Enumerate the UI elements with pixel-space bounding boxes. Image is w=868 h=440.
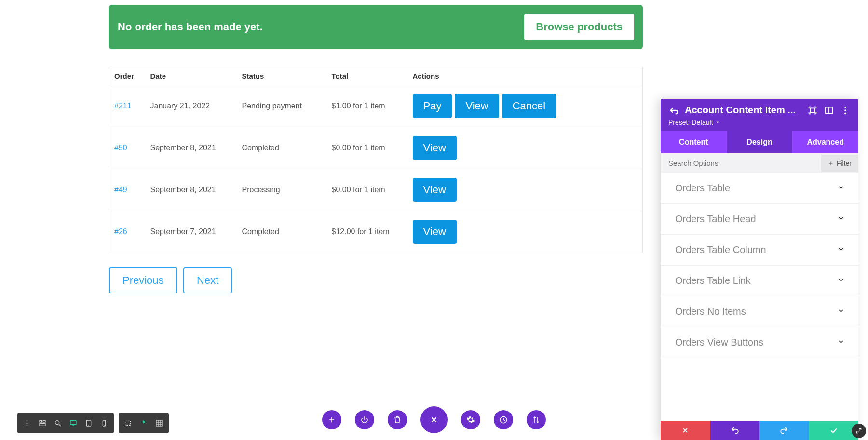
- grid-icon[interactable]: [151, 416, 167, 430]
- svg-point-2: [27, 425, 28, 426]
- discard-button[interactable]: [661, 421, 710, 440]
- accordion-item[interactable]: Orders Table Column: [661, 235, 858, 266]
- panel-title: Account Content Item ...: [685, 105, 801, 116]
- status-cell: Pending payment: [237, 85, 327, 127]
- more-icon[interactable]: [840, 105, 851, 116]
- layers-icon[interactable]: [35, 416, 50, 430]
- date-cell: January 21, 2022: [146, 85, 237, 127]
- preset-label: Preset: Default: [668, 119, 713, 126]
- col-date: Date: [146, 67, 237, 85]
- total-cell: $0.00 for 1 item: [327, 169, 408, 211]
- notice-text: No order has been made yet.: [118, 21, 263, 33]
- view-toolbar: [17, 413, 114, 433]
- status-cell: Processing: [237, 169, 327, 211]
- svg-rect-8: [70, 421, 76, 425]
- table-row: #26September 7, 2021Completed$12.00 for …: [109, 211, 643, 253]
- svg-rect-3: [40, 421, 42, 422]
- builder-actions: [322, 406, 546, 433]
- accordion-label: Orders Table Link: [675, 275, 750, 286]
- trash-icon[interactable]: [388, 410, 407, 429]
- cancel-button[interactable]: Cancel: [502, 94, 556, 118]
- caret-down-icon: [715, 120, 720, 125]
- accordion-label: Orders View Buttons: [675, 337, 763, 348]
- order-link[interactable]: #49: [114, 186, 127, 194]
- redo-button[interactable]: [760, 421, 809, 440]
- back-icon[interactable]: [668, 105, 679, 116]
- pagination: Previous Next: [109, 267, 643, 293]
- accordion-item[interactable]: Orders Table Link: [661, 266, 858, 296]
- phone-icon[interactable]: [96, 416, 112, 430]
- view-button[interactable]: View: [413, 178, 457, 202]
- svg-line-37: [859, 428, 861, 430]
- preset-selector[interactable]: Preset: Default: [668, 119, 851, 126]
- gear-icon[interactable]: [461, 410, 480, 429]
- panel-header[interactable]: Account Content Item ... Preset: Default: [661, 99, 858, 131]
- click-icon[interactable]: [136, 416, 151, 430]
- accordion-item[interactable]: Orders View Buttons: [661, 327, 858, 358]
- snap-icon[interactable]: [824, 105, 834, 116]
- chevron-down-icon: [837, 338, 845, 347]
- chevron-down-icon: [837, 184, 845, 193]
- svg-rect-15: [126, 421, 130, 425]
- browse-products-button[interactable]: Browse products: [524, 14, 634, 40]
- plus-icon: [828, 160, 834, 166]
- module-settings-panel: Account Content Item ... Preset: Default…: [661, 99, 858, 440]
- save-button[interactable]: [809, 421, 859, 440]
- close-icon[interactable]: [420, 406, 448, 433]
- hover-icon[interactable]: [121, 416, 136, 430]
- order-cell: #211: [109, 85, 146, 127]
- previous-button[interactable]: Previous: [109, 267, 177, 293]
- col-total: Total: [327, 67, 408, 85]
- col-status: Status: [237, 67, 327, 85]
- next-button[interactable]: Next: [183, 267, 232, 293]
- view-button[interactable]: View: [413, 136, 457, 160]
- no-orders-notice: No order has been made yet. Browse produ…: [109, 5, 643, 49]
- history-icon[interactable]: [494, 410, 513, 429]
- accordion-label: Orders Table Head: [675, 213, 756, 225]
- svg-rect-26: [810, 108, 814, 112]
- chevron-down-icon: [837, 245, 845, 255]
- pay-button[interactable]: Pay: [413, 94, 452, 118]
- accordion-item[interactable]: Orders Table: [661, 173, 858, 204]
- expand-corner-icon[interactable]: [852, 424, 866, 438]
- col-actions: Actions: [408, 67, 643, 85]
- actions-cell: View: [408, 169, 643, 211]
- filter-button[interactable]: Filter: [821, 155, 858, 172]
- accordion-item[interactable]: Orders No Items: [661, 296, 858, 327]
- expand-icon[interactable]: [807, 105, 818, 116]
- mode-toolbar: [119, 413, 169, 433]
- table-row: #211January 21, 2022Pending payment$1.00…: [109, 85, 643, 127]
- svg-point-31: [844, 112, 846, 114]
- tab-content[interactable]: Content: [661, 131, 727, 153]
- sort-icon[interactable]: [527, 410, 546, 429]
- status-cell: Completed: [237, 211, 327, 253]
- order-link[interactable]: #50: [114, 144, 127, 152]
- col-order: Order: [109, 67, 146, 85]
- date-cell: September 7, 2021: [146, 211, 237, 253]
- tab-advanced[interactable]: Advanced: [792, 131, 858, 153]
- undo-button[interactable]: [710, 421, 760, 440]
- accordion-item[interactable]: Orders Table Head: [661, 204, 858, 235]
- add-icon[interactable]: [322, 410, 341, 429]
- search-options-input[interactable]: [661, 153, 821, 173]
- power-icon[interactable]: [355, 410, 374, 429]
- zoom-icon[interactable]: [50, 416, 66, 430]
- date-cell: September 8, 2021: [146, 127, 237, 169]
- order-link[interactable]: #211: [114, 102, 132, 110]
- tab-design[interactable]: Design: [727, 131, 793, 153]
- svg-point-0: [27, 420, 28, 422]
- tablet-icon[interactable]: [81, 416, 96, 430]
- view-button[interactable]: View: [455, 94, 499, 118]
- svg-point-30: [844, 109, 846, 111]
- order-link[interactable]: #26: [114, 227, 127, 236]
- actions-cell: View: [408, 211, 643, 253]
- filter-label: Filter: [837, 160, 852, 167]
- kebab-icon[interactable]: [19, 416, 35, 430]
- actions-cell: PayViewCancel: [408, 85, 643, 127]
- actions-cell: View: [408, 127, 643, 169]
- svg-point-6: [55, 421, 59, 425]
- table-row: #49September 8, 2021Processing$0.00 for …: [109, 169, 643, 211]
- table-row: #50September 8, 2021Completed$0.00 for 1…: [109, 127, 643, 169]
- desktop-icon[interactable]: [66, 416, 81, 430]
- view-button[interactable]: View: [413, 220, 457, 244]
